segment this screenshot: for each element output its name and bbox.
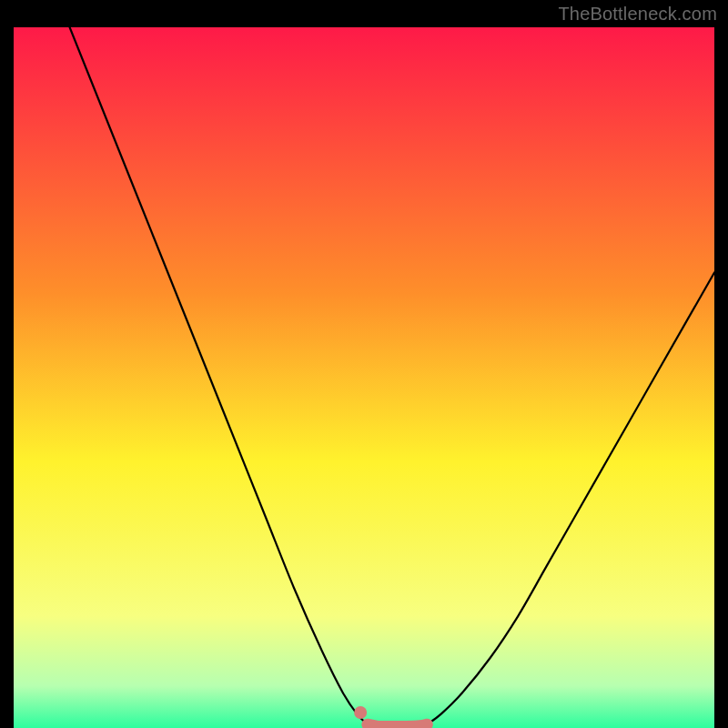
valley-floor-dash [368,724,427,726]
chart-background [14,27,714,728]
marker-dot [354,706,367,719]
watermark-text: TheBottleneck.com [558,4,717,25]
chart-frame [14,27,714,728]
bottleneck-chart [14,27,714,728]
